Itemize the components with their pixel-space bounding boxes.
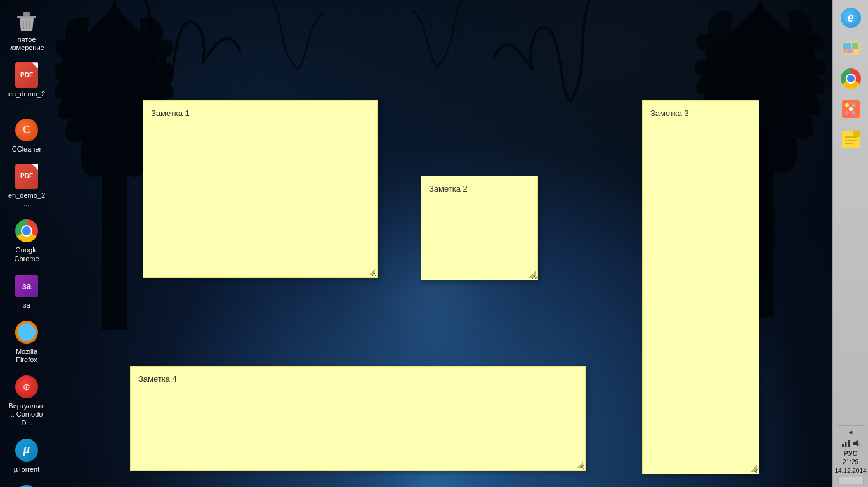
tray-volume-icon: )))) bbox=[852, 439, 860, 448]
svg-text:)))): )))) bbox=[858, 442, 860, 446]
za-icon: за bbox=[14, 273, 39, 299]
desktop-icon-label: en_demo_2... bbox=[8, 192, 46, 208]
taskbar-divider bbox=[838, 425, 864, 426]
gallery-icon bbox=[841, 38, 861, 58]
svg-rect-9 bbox=[843, 49, 848, 53]
svg-rect-11 bbox=[853, 49, 858, 53]
pdf2-icon: PDF bbox=[14, 164, 39, 189]
desktop-icon-utorrent[interactable]: µ µTorrent bbox=[5, 435, 48, 476]
taskbar: ◄ )))) РУС 21:29 14.12.2014 bbox=[832, 0, 868, 487]
svg-rect-19 bbox=[853, 131, 860, 137]
desktop-icon-pdf2[interactable]: PDF en_demo_2... bbox=[5, 161, 48, 211]
desktop-icon-pdf1[interactable]: PDF en_demo_2... bbox=[5, 60, 48, 109]
comodo-icon: ⊕ bbox=[14, 374, 39, 399]
desktop-icon-label: Виртуальн... Comodo D... bbox=[8, 402, 46, 427]
desktop-icon-label: CCleaner bbox=[12, 145, 41, 153]
sticky-note-1[interactable]: Заметка 1 bbox=[143, 100, 378, 278]
ie-icon bbox=[841, 8, 861, 28]
taskbar-chrome-button[interactable] bbox=[838, 66, 864, 91]
taskbar-paint-button[interactable] bbox=[838, 96, 864, 122]
svg-marker-26 bbox=[853, 440, 858, 446]
clock-date: 14.12.2014 bbox=[834, 467, 866, 476]
sticky-note-icon bbox=[841, 129, 861, 150]
svg-point-16 bbox=[852, 111, 855, 115]
svg-rect-8 bbox=[852, 43, 858, 49]
desktop-icon-label: en_demo_2... bbox=[8, 90, 46, 107]
show-desktop-button[interactable] bbox=[838, 477, 864, 484]
chrome-icon bbox=[14, 218, 39, 244]
svg-rect-24 bbox=[845, 442, 846, 447]
taskbar-arrow-up[interactable]: ◄ bbox=[845, 427, 857, 438]
svg-rect-2 bbox=[23, 12, 30, 16]
pdf1-icon: PDF bbox=[14, 62, 39, 88]
desktop-icon-label: Google Chrome bbox=[8, 246, 46, 263]
desktop-icon-skype[interactable]: S Skype bbox=[5, 481, 48, 487]
desktop-icon-firefox[interactable]: Mozilla Firefox bbox=[5, 317, 48, 367]
taskbar-ie-button[interactable] bbox=[838, 5, 864, 30]
svg-rect-10 bbox=[848, 49, 853, 53]
svg-point-17 bbox=[849, 107, 853, 111]
tray-network-icon bbox=[841, 439, 850, 448]
svg-rect-25 bbox=[848, 440, 850, 447]
language-indicator[interactable]: РУС bbox=[844, 449, 858, 458]
taskbar-gallery-button[interactable] bbox=[838, 36, 864, 61]
sticky-note-3-title: Заметка 3 bbox=[648, 106, 754, 123]
desktop-icon-za[interactable]: за за bbox=[5, 271, 48, 312]
recycle-bin-icon bbox=[14, 8, 39, 33]
sticky-note-2-content[interactable] bbox=[426, 198, 532, 204]
ccleaner-icon: C bbox=[14, 117, 39, 143]
chrome-small-icon bbox=[841, 68, 861, 89]
sticky-note-4-title: Заметка 4 bbox=[136, 372, 580, 389]
sticky-note-4[interactable]: Заметка 4 bbox=[130, 366, 586, 471]
firefox-icon bbox=[14, 320, 39, 345]
paint-icon bbox=[841, 99, 861, 119]
desktop-icon-label: пятое измерение bbox=[8, 36, 46, 52]
desktop-icon-recycle[interactable]: пятое измерение bbox=[5, 5, 48, 55]
svg-point-14 bbox=[852, 103, 855, 107]
svg-rect-7 bbox=[843, 43, 851, 49]
sticky-note-1-content[interactable] bbox=[148, 123, 372, 128]
taskbar-stickynote-button[interactable] bbox=[838, 127, 864, 152]
sticky-note-4-content[interactable] bbox=[136, 389, 580, 394]
system-clock: 21:29 14.12.2014 bbox=[834, 458, 866, 476]
desktop-icon-chrome[interactable]: Google Chrome bbox=[5, 216, 48, 265]
desktop-icon-label: за bbox=[23, 301, 30, 309]
system-tray-icons: )))) bbox=[841, 439, 860, 448]
skype-icon: S bbox=[14, 484, 39, 487]
svg-point-13 bbox=[845, 103, 849, 107]
sticky-note-1-title: Заметка 1 bbox=[148, 106, 372, 123]
sticky-note-3-content[interactable] bbox=[648, 123, 754, 128]
desktop-icon-label: Mozilla Firefox bbox=[8, 347, 46, 364]
desktop-icon-label: µTorrent bbox=[14, 465, 40, 474]
svg-rect-1 bbox=[17, 16, 36, 18]
sticky-note-2-title: Заметка 2 bbox=[426, 181, 532, 198]
sticky-note-3[interactable]: Заметка 3 bbox=[642, 100, 760, 474]
sticky-note-2[interactable]: Заметка 2 bbox=[421, 176, 538, 280]
desktop-icon-ccleaner[interactable]: C CCleaner bbox=[5, 115, 48, 156]
desktop-icon-comodo[interactable]: ⊕ Виртуальн... Comodo D... bbox=[5, 372, 48, 430]
svg-point-15 bbox=[845, 111, 849, 115]
svg-rect-23 bbox=[842, 444, 844, 447]
clock-time: 21:29 bbox=[834, 458, 866, 467]
utorrent-icon: µ bbox=[14, 438, 39, 463]
desktop: пятое измерение PDF en_demo_2... C CClea… bbox=[0, 0, 868, 487]
desktop-icons-container: пятое измерение PDF en_demo_2... C CClea… bbox=[0, 0, 51, 487]
